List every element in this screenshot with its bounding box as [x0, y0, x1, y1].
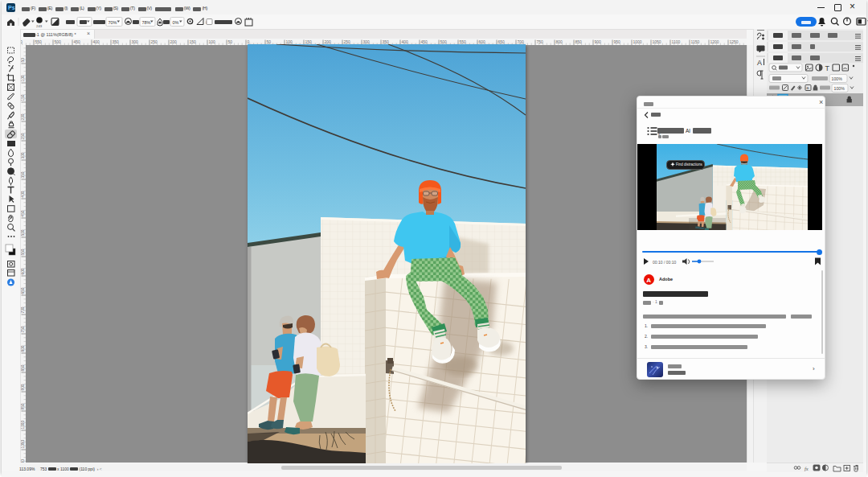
svg-text:850: 850	[21, 364, 25, 371]
svg-text:500: 500	[21, 229, 25, 236]
svg-text:800: 800	[21, 345, 25, 352]
svg-text:300: 300	[132, 39, 139, 44]
svg-text:1200: 1200	[710, 39, 719, 44]
svg-text:500: 500	[440, 39, 448, 44]
svg-text:A: A	[757, 59, 762, 67]
svg-text:100%: 100%	[834, 86, 845, 91]
svg-text:fx: fx	[805, 466, 809, 471]
svg-text:100: 100	[209, 39, 216, 44]
svg-text:750: 750	[537, 39, 544, 44]
svg-text:550: 550	[460, 39, 467, 44]
svg-text:250: 250	[344, 39, 351, 44]
svg-text:1100: 1100	[672, 39, 681, 44]
svg-text:100%: 100%	[832, 76, 843, 81]
svg-text:a: a	[806, 85, 809, 90]
svg-text:600: 600	[21, 268, 25, 274]
svg-text:450: 450	[421, 39, 428, 44]
svg-text:200: 200	[325, 39, 332, 44]
svg-text:70%: 70%	[108, 20, 117, 25]
svg-text:950: 950	[614, 39, 621, 44]
svg-text:700: 700	[21, 306, 25, 313]
svg-text:400: 400	[93, 39, 100, 44]
svg-text:150: 150	[190, 39, 197, 44]
svg-text:1100: 1100	[21, 459, 25, 463]
svg-text:100: 100	[21, 75, 25, 81]
svg-text:50: 50	[228, 39, 233, 44]
svg-text:250: 250	[151, 39, 158, 44]
svg-text:900: 900	[595, 39, 602, 44]
svg-text:600: 600	[479, 39, 486, 44]
svg-text:750: 750	[21, 326, 25, 332]
svg-text:1050: 1050	[21, 439, 25, 448]
svg-text:1000: 1000	[633, 39, 642, 44]
svg-text:350: 350	[113, 39, 120, 44]
svg-text:850: 850	[575, 39, 583, 44]
svg-text:00:10 / 00:10: 00:10 / 00:10	[653, 260, 676, 265]
svg-text:200: 200	[170, 39, 178, 44]
svg-text:1050: 1050	[653, 39, 661, 44]
svg-text:150: 150	[21, 94, 25, 101]
svg-text:650: 650	[498, 39, 506, 44]
svg-text:350: 350	[21, 171, 25, 178]
svg-text:800: 800	[556, 39, 563, 44]
svg-text:0: 0	[248, 39, 250, 44]
svg-text:500: 500	[55, 39, 62, 44]
svg-text:350: 350	[383, 39, 390, 44]
svg-text:650: 650	[21, 287, 25, 294]
svg-text:400: 400	[21, 191, 25, 197]
svg-text:100: 100	[286, 39, 293, 44]
svg-text:900: 900	[21, 384, 25, 390]
svg-text:300: 300	[21, 152, 25, 158]
svg-text:450: 450	[21, 210, 25, 216]
svg-text:250: 250	[21, 133, 25, 139]
svg-text:450: 450	[74, 39, 81, 44]
svg-text:700: 700	[518, 39, 525, 44]
svg-text:400: 400	[402, 39, 409, 44]
svg-text:1000: 1000	[21, 420, 25, 429]
svg-text:550: 550	[21, 249, 25, 255]
svg-text:1250: 1250	[730, 39, 739, 44]
svg-text:550: 550	[35, 39, 43, 44]
svg-text:300: 300	[363, 39, 371, 44]
svg-text:200: 200	[21, 113, 25, 120]
svg-text:T: T	[825, 64, 830, 72]
svg-text:150: 150	[305, 39, 313, 44]
svg-text:78%: 78%	[142, 20, 151, 25]
svg-text:243: 243	[36, 24, 43, 28]
svg-text:50: 50	[267, 39, 272, 44]
svg-text:1150: 1150	[691, 39, 700, 44]
svg-text:0%: 0%	[173, 20, 179, 25]
svg-text:50: 50	[21, 58, 25, 63]
svg-text:950: 950	[21, 403, 25, 409]
